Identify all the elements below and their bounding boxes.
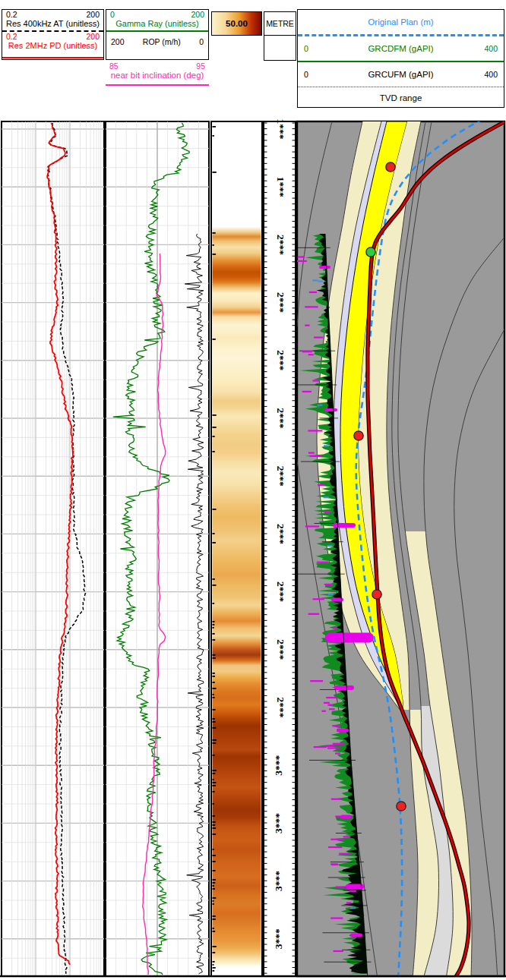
log-body-plot: 1***1***2***2***2***2***2***2***2***2***… bbox=[0, 0, 506, 980]
svg-text:2***: 2*** bbox=[275, 235, 286, 255]
svg-text:2***: 2*** bbox=[275, 581, 286, 602]
svg-text:2***: 2*** bbox=[275, 698, 286, 718]
svg-text:2***: 2*** bbox=[275, 350, 286, 370]
svg-text:3***: 3*** bbox=[273, 871, 284, 891]
svg-text:2***: 2*** bbox=[275, 639, 286, 660]
green-survey-marker bbox=[366, 247, 375, 257]
svg-text:2***: 2*** bbox=[275, 524, 286, 544]
red-survey-marker bbox=[354, 431, 363, 440]
svg-text:1***: 1*** bbox=[275, 119, 286, 140]
svg-text:2***: 2*** bbox=[275, 408, 286, 429]
resistivity-track bbox=[2, 121, 104, 976]
well-log-viewer: { "chart_data": { "type": "well-log-mult… bbox=[0, 0, 506, 980]
svg-text:2***: 2*** bbox=[275, 292, 286, 313]
svg-text:3***: 3*** bbox=[273, 813, 284, 833]
red-survey-marker bbox=[397, 802, 406, 811]
red-survey-marker bbox=[372, 590, 381, 599]
image-log-heatmap bbox=[213, 122, 261, 975]
svg-text:2***: 2*** bbox=[275, 466, 286, 487]
svg-text:3***: 3*** bbox=[273, 928, 284, 949]
red-survey-marker bbox=[386, 162, 395, 172]
svg-text:1***: 1*** bbox=[275, 177, 286, 197]
svg-text:3***: 3*** bbox=[273, 755, 284, 775]
